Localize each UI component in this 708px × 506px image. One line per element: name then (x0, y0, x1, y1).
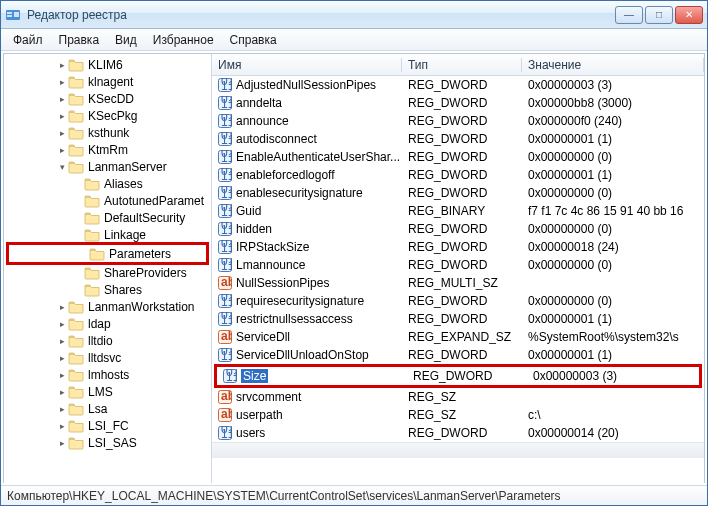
value-name: EnableAuthenticateUserShar... (236, 150, 400, 164)
value-row[interactable]: LmannounceREG_DWORD0x00000000 (0) (212, 256, 704, 274)
tree-item[interactable]: ▸LSI_SAS (4, 434, 211, 451)
tree-item[interactable]: ▸klnagent (4, 73, 211, 90)
chevron-right-icon[interactable]: ▸ (56, 420, 68, 432)
content-split: ▸KLIM6▸klnagent▸KSecDD▸KSecPkg▸ksthunk▸K… (3, 53, 705, 483)
tree-item-label: LanmanWorkstation (88, 300, 195, 314)
tree-item[interactable]: ▸LMS (4, 383, 211, 400)
tree-item[interactable]: Linkage (4, 226, 211, 243)
col-name[interactable]: Имя (212, 58, 402, 72)
chevron-right-icon[interactable]: ▸ (56, 76, 68, 88)
menu-file[interactable]: Файл (5, 31, 51, 49)
chevron-right-icon[interactable]: ▸ (56, 335, 68, 347)
expander-none (77, 248, 89, 260)
value-row[interactable]: NullSessionPipesREG_MULTI_SZ (212, 274, 704, 292)
value-row[interactable]: srvcommentREG_SZ (212, 388, 704, 406)
maximize-button[interactable]: □ (645, 6, 673, 24)
value-row[interactable]: announceREG_DWORD0x000000f0 (240) (212, 112, 704, 130)
value-row[interactable]: enablesecuritysignatureREG_DWORD0x000000… (212, 184, 704, 202)
chevron-right-icon[interactable]: ▸ (56, 144, 68, 156)
value-row[interactable]: ServiceDllREG_EXPAND_SZ%SystemRoot%\syst… (212, 328, 704, 346)
tree-item[interactable]: ▸KSecDD (4, 90, 211, 107)
tree-item[interactable]: ▸lmhosts (4, 366, 211, 383)
chevron-right-icon[interactable]: ▸ (56, 369, 68, 381)
value-row[interactable]: requiresecuritysignatureREG_DWORD0x00000… (212, 292, 704, 310)
value-type: REG_DWORD (402, 78, 522, 92)
value-row[interactable]: userpathREG_SZc:\ (212, 406, 704, 424)
tree-item[interactable]: DefaultSecurity (4, 209, 211, 226)
value-row[interactable]: SizeREG_DWORD0x00000003 (3) (217, 367, 699, 385)
tree-item[interactable]: ▸LSI_FC (4, 417, 211, 434)
chevron-right-icon[interactable]: ▸ (56, 318, 68, 330)
close-button[interactable]: ✕ (675, 6, 703, 24)
tree-item[interactable]: ▸KSecPkg (4, 107, 211, 124)
value-row[interactable]: anndeltaREG_DWORD0x00000bb8 (3000) (212, 94, 704, 112)
expander-none (72, 267, 84, 279)
value-type: REG_DWORD (402, 348, 522, 362)
tree-item[interactable]: Parameters (9, 245, 206, 262)
tree-item[interactable]: ShareProviders (4, 264, 211, 281)
tree-item[interactable]: ▸lltdio (4, 332, 211, 349)
tree-item[interactable]: ▾LanmanServer (4, 158, 211, 175)
dword-value-icon (218, 222, 232, 236)
value-row[interactable]: restrictnullsessaccessREG_DWORD0x0000000… (212, 310, 704, 328)
folder-icon (68, 419, 84, 433)
chevron-down-icon[interactable]: ▾ (56, 161, 68, 173)
value-row[interactable]: autodisconnectREG_DWORD0x00000001 (1) (212, 130, 704, 148)
value-row[interactable]: ServiceDllUnloadOnStopREG_DWORD0x0000000… (212, 346, 704, 364)
value-row[interactable]: EnableAuthenticateUserShar...REG_DWORD0x… (212, 148, 704, 166)
chevron-right-icon[interactable]: ▸ (56, 437, 68, 449)
folder-icon (68, 368, 84, 382)
value-row[interactable]: hiddenREG_DWORD0x00000000 (0) (212, 220, 704, 238)
chevron-right-icon[interactable]: ▸ (56, 127, 68, 139)
folder-icon (89, 247, 105, 261)
chevron-right-icon[interactable]: ▸ (56, 352, 68, 364)
tree-item[interactable]: ▸Lsa (4, 400, 211, 417)
chevron-right-icon[interactable]: ▸ (56, 386, 68, 398)
chevron-right-icon[interactable]: ▸ (56, 93, 68, 105)
tree-item[interactable]: AutotunedParamet (4, 192, 211, 209)
list-body: AdjustedNullSessionPipesREG_DWORD0x00000… (212, 76, 704, 442)
menu-edit[interactable]: Правка (51, 31, 108, 49)
minimize-button[interactable]: ― (615, 6, 643, 24)
tree-item[interactable]: Shares (4, 281, 211, 298)
tree-item[interactable]: ▸ksthunk (4, 124, 211, 141)
tree-item[interactable]: ▸lltdsvc (4, 349, 211, 366)
menu-view[interactable]: Вид (107, 31, 145, 49)
tree-item[interactable]: ▸ldap (4, 315, 211, 332)
app-icon (5, 7, 21, 23)
tree-item[interactable]: ▸KtmRm (4, 141, 211, 158)
tree-item-label: ksthunk (88, 126, 129, 140)
chevron-right-icon[interactable]: ▸ (56, 110, 68, 122)
tree-item-label: DefaultSecurity (104, 211, 185, 225)
value-name: users (236, 426, 265, 440)
tree-item[interactable]: Aliases (4, 175, 211, 192)
folder-icon (68, 143, 84, 157)
value-row[interactable]: usersREG_DWORD0x00000014 (20) (212, 424, 704, 442)
dword-value-icon (218, 204, 232, 218)
tree-item-label: KSecPkg (88, 109, 137, 123)
value-data: c:\ (522, 408, 704, 422)
menu-help[interactable]: Справка (222, 31, 285, 49)
tree-item[interactable]: ▸LanmanWorkstation (4, 298, 211, 315)
value-data: 0x00000018 (24) (522, 240, 704, 254)
menu-favorites[interactable]: Избранное (145, 31, 222, 49)
value-row[interactable]: enableforcedlogoffREG_DWORD0x00000001 (1… (212, 166, 704, 184)
col-value[interactable]: Значение (522, 58, 704, 72)
chevron-right-icon[interactable]: ▸ (56, 301, 68, 313)
value-row[interactable]: IRPStackSizeREG_DWORD0x00000018 (24) (212, 238, 704, 256)
titlebar[interactable]: Редактор реестра ― □ ✕ (1, 1, 707, 29)
horizontal-scrollbar[interactable] (212, 442, 704, 458)
col-type[interactable]: Тип (402, 58, 522, 72)
tree-item-label: lltdsvc (88, 351, 121, 365)
tree-item[interactable]: ▸KLIM6 (4, 56, 211, 73)
tree-pane[interactable]: ▸KLIM6▸klnagent▸KSecDD▸KSecPkg▸ksthunk▸K… (4, 54, 212, 483)
value-row[interactable]: AdjustedNullSessionPipesREG_DWORD0x00000… (212, 76, 704, 94)
value-type: REG_DWORD (402, 114, 522, 128)
list-pane[interactable]: Имя Тип Значение AdjustedNullSessionPipe… (212, 54, 704, 483)
chevron-right-icon[interactable]: ▸ (56, 59, 68, 71)
value-row[interactable]: GuidREG_BINARYf7 f1 7c 4c 86 15 91 40 bb… (212, 202, 704, 220)
dword-value-icon (218, 114, 232, 128)
value-type: REG_DWORD (407, 369, 527, 383)
value-name: enablesecuritysignature (236, 186, 363, 200)
chevron-right-icon[interactable]: ▸ (56, 403, 68, 415)
